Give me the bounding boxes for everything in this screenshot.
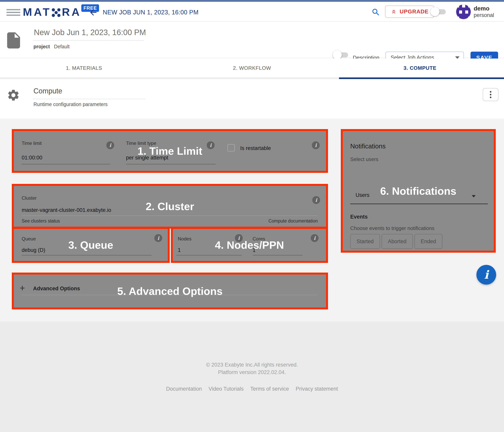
annotated-region-nodes-ppn: 4. Nodes/PPN Nodes i 1 Cores i 1 [171,227,328,263]
compute-subtitle: Runtime configuration parameters [34,102,108,107]
footer-link-documentation[interactable]: Documentation [166,386,202,392]
notifications-title: Notifications [350,142,386,150]
document-icon [7,32,20,49]
tab-active-indicator [339,77,504,79]
info-icon[interactable]: i [207,141,215,149]
is-restartable-checkbox[interactable] [227,144,235,151]
annotation-label: 6. Notifications [380,185,456,197]
footer-links: Documentation Video Tutorials Terms of s… [0,386,504,392]
cluster-label: Cluster [22,195,37,201]
users-underline [350,204,488,204]
footer-link-privacy[interactable]: Privacy statement [296,386,338,392]
annotation-label: 3. Queue [68,239,113,251]
is-restartable-label: Is restartable [240,145,271,151]
job-title[interactable]: New Job Jun 1, 2023, 16:00 PM [34,28,146,37]
info-icon[interactable]: i [312,196,320,204]
time-limit-input[interactable]: 01:00:00 [22,155,110,164]
gear-icon [7,88,20,103]
footer-version: Platform version 2022.02.04. [0,369,504,376]
identicon-image [456,5,471,19]
queue-label: Queue [22,236,36,242]
back-arrow-icon[interactable] [89,8,98,18]
footer-background [0,322,504,432]
footer-link-terms[interactable]: Terms of service [250,386,289,392]
job-title-underline [33,40,144,41]
toggle-thumb [333,50,342,59]
event-buttons: Started Aborted Ended [350,234,442,249]
nodes-input[interactable]: 1 [178,247,181,253]
cluster-select[interactable]: master-vagrant-cluster-001.exabyte.io [22,207,111,213]
annotation-label: 1. Time Limit [137,145,202,157]
app-bar: MAT RA FREE NEW JOB JUN 1, 2023, 16:00 P… [0,2,504,22]
event-aborted-button[interactable]: Aborted [382,234,413,249]
footer-link-video-tutorials[interactable]: Video Tutorials [208,386,243,392]
tab-workflow[interactable]: 2. WORKFLOW [168,58,336,77]
upgrade-button[interactable]: UPGRADE [385,6,434,18]
search-icon[interactable] [371,8,380,18]
page: { "app": { "topbar": { "logo_prefix": "M… [0,0,504,432]
info-icon[interactable]: i [311,234,319,242]
tab-materials[interactable]: 1. MATERIALS [0,58,168,77]
brand-logo-text-prefix: MAT [23,6,51,18]
description-toggle[interactable] [333,50,350,59]
help-info-fab[interactable]: i [477,265,496,285]
time-limit-field[interactable]: Time limit 01:00:00 [22,141,110,164]
compute-section-header: Compute Runtime configuration parameters [0,79,504,118]
kebab-menu-button[interactable] [483,88,498,101]
top-accent-strip [0,0,504,2]
brand-logo-text-suffix: RA [62,6,81,18]
cores-underline [253,255,303,255]
menu-icon[interactable] [7,9,20,16]
nodes-label: Nodes [178,236,191,242]
project-label: project [34,44,50,49]
job-header: New Job Jun 1, 2023, 16:00 PM project De… [0,22,504,58]
annotated-region-time-limit: 1. Time Limit Time limit 01:00:00 i Time… [12,129,328,173]
info-icon[interactable]: i [154,234,162,242]
info-icon[interactable]: i [312,141,320,149]
event-ended-button[interactable]: Ended [414,234,442,249]
header-toggle[interactable] [430,7,447,16]
project-row: project Default [34,44,70,49]
events-hint: Choose events to trigger notifications [350,225,434,231]
user-name: demo [474,5,494,12]
users-select[interactable]: Users [356,192,369,198]
footer-copyright: © 2023 Exabyte Inc.All rights reserved. [0,362,504,368]
event-started-button[interactable]: Started [350,234,380,249]
annotation-label: 5. Advanced Options [117,285,223,297]
project-value: Default [54,44,70,49]
annotated-region-notifications: 6. Notifications Notifications Select us… [341,129,496,253]
queue-select[interactable]: debug (D) [22,247,45,253]
avatar[interactable] [456,4,471,19]
cluster-divider [22,216,318,216]
expand-plus-icon[interactable]: + [20,284,25,292]
annotated-region-queue: 3. Queue Queue i debug (D) [12,227,170,263]
chevron-down-icon [472,195,476,197]
nodes-underline [176,255,242,255]
compute-title: Compute [34,87,62,95]
user-menu[interactable]: demo personal [474,5,494,19]
compute-documentation-link[interactable]: Compute documentation [268,218,318,224]
info-icon[interactable]: i [106,141,114,149]
upgrade-button-label: UPGRADE [400,9,429,15]
queue-underline [22,255,152,255]
annotated-region-cluster: 2. Cluster Cluster i master-vagrant-clus… [12,184,328,229]
annotation-label: 2. Cluster [146,200,194,212]
user-scope: personal [474,12,494,19]
events-label: Events [350,214,368,220]
annotated-region-advanced-options: 5. Advanced Options + Advanced Options [12,272,328,310]
clusters-status-link[interactable]: See clusters status [22,218,60,224]
brand-dots-icon [51,7,62,18]
compute-title-underline [33,99,145,99]
wizard-tabs: 1. MATERIALS 2. WORKFLOW 3. COMPUTE [0,58,504,77]
page-title: NEW JOB JUN 1, 2023, 16:00 PM [103,9,199,16]
notifications-subtitle: Select users [350,156,378,162]
advanced-options-label[interactable]: Advanced Options [33,286,80,292]
toggle-thumb [430,7,440,16]
time-limit-label: Time limit [22,141,110,146]
brand-logo[interactable]: MAT RA FREE [23,6,99,18]
tab-compute[interactable]: 3. COMPUTE [336,58,504,77]
double-chevron-up-icon [391,9,397,15]
annotation-label: 4. Nodes/PPN [215,239,284,251]
